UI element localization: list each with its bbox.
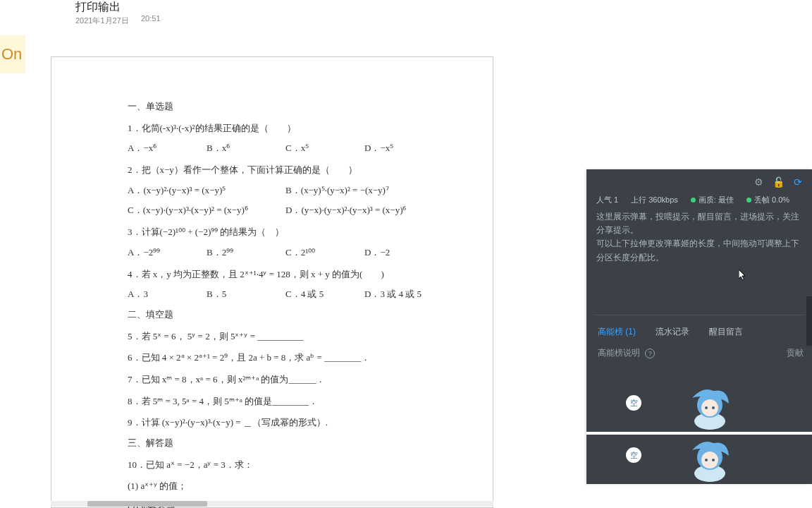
stream-overlay-panel: ⚙ 🔓 ⟳ 人气 1 上行 360kbps 画质: 最佳 丢帧 0.0% 这里展… — [586, 169, 812, 484]
mascot-lower: 空 — [643, 428, 742, 484]
q4-opt-b: B．5 — [207, 286, 285, 303]
page-time: 20:51 — [141, 14, 161, 23]
question-5: 5．若 5ˣ = 6， 5ʸ = 2，则 5ˣ⁺ʸ = __________ — [128, 328, 450, 346]
overlay-sub-right: 贡献 — [787, 347, 804, 359]
q3-opt-b: B．2⁹⁹ — [207, 244, 285, 262]
overlay-hint-line2: 可以上下拉伸更改弹幕姬的长度，中间拖动可调整上下分区长度分配比。 — [596, 237, 805, 264]
svg-point-4 — [712, 406, 715, 409]
stat-uplink-value: 360kbps — [648, 195, 678, 204]
overlay-sub-label: 高能榜说明 — [598, 348, 640, 358]
left-edge-tab: On — [0, 35, 25, 73]
q2-opt-b: B．(x−y)⁵·(y−x)² = −(x−y)⁷ — [285, 182, 443, 200]
q1-opt-c: C．x⁵ — [285, 140, 364, 157]
svg-point-2 — [701, 399, 718, 416]
tab-superchat[interactable]: 醒目留言 — [709, 326, 743, 338]
q2-opt-d: D．(y−x)·(y−x)²·(y−x)³ = (x−y)⁶ — [285, 202, 443, 219]
speech-bubble: 空 — [626, 447, 641, 463]
section-heading-3: 三、解答题 — [128, 435, 450, 452]
q3-opt-a: A．−2⁹⁹ — [128, 244, 207, 262]
help-icon[interactable]: ? — [645, 349, 655, 358]
mascot-upper: 空 — [643, 375, 742, 432]
overlay-tabs: 高能榜 (1) 流水记录 醒目留言 — [598, 326, 743, 338]
stat-popularity-label: 人气 — [596, 195, 612, 204]
question-3: 3．计算(−2)¹⁰⁰ + (−2)⁹⁹ 的结果为（ ） — [128, 224, 450, 241]
refresh-icon[interactable]: ⟳ — [792, 176, 804, 188]
question-4: 4．若 x，y 均为正整数，且 2ˣ⁺¹·4ʸ = 128，则 x + y 的值… — [128, 266, 450, 284]
svg-point-8 — [705, 459, 708, 461]
question-1: 1．化简(-x)³·(-x)²的结果正确的是（ ） — [128, 120, 450, 138]
tab-flow-log[interactable]: 流水记录 — [656, 326, 689, 338]
page-title: 打印输出 — [75, 0, 121, 15]
question-9: 9．计算 (x−y)²·(y−x)³·(x−y) = ＿（写成幂的形式）. — [128, 414, 450, 432]
tab-high-energy[interactable]: 高能榜 (1) — [598, 326, 636, 338]
q2-opt-a: A．(x−y)²·(y−x)³ = (x−y)⁵ — [128, 182, 285, 200]
stream-stats-row: 人气 1 上行 360kbps 画质: 最佳 丢帧 0.0% — [596, 193, 805, 206]
overlay-scrollbar[interactable] — [806, 296, 812, 346]
horizontal-scrollbar[interactable] — [51, 501, 493, 507]
q2-opt-c: C．(x−y)·(y−x)³·(x−y)² = (x−y)⁶ — [128, 202, 285, 219]
question-2: 2．把（x−y）看作一个整体，下面计算正确的是（ ） — [128, 162, 450, 179]
question-10: 10．已知 aˣ = −2，aʸ = 3．求： — [128, 456, 450, 474]
speech-bubble: 空 — [626, 395, 641, 411]
lock-icon[interactable]: 🔓 — [773, 176, 784, 188]
q1-opt-d: D．−x⁵ — [364, 140, 443, 157]
svg-point-7 — [701, 452, 718, 468]
question-7: 7．已知 xᵐ = 8，xⁿ = 6，则 x²ᵐ⁺ⁿ 的值为______． — [128, 371, 450, 389]
stat-popularity-value: 1 — [614, 195, 618, 204]
svg-point-9 — [712, 459, 715, 461]
q3-opt-d: D．−2 — [364, 244, 443, 262]
section-heading-1: 一、单选题 — [128, 98, 450, 116]
stat-drop: 丢帧 0.0% — [754, 195, 789, 204]
document-page: 一、单选题 1．化简(-x)³·(-x)²的结果正确的是（ ） A．−x⁶ B．… — [51, 56, 493, 508]
question-10-part1: (1) aˣ⁺ʸ 的值； — [128, 478, 450, 495]
overlay-divider[interactable] — [593, 315, 805, 315]
question-6: 6．已知 4 × 2ᵃ × 2ᵃ⁺¹ = 2⁹，且 2a + b = 8，求 a… — [128, 349, 450, 367]
gear-icon[interactable]: ⚙ — [753, 176, 764, 188]
scrollbar-thumb[interactable] — [87, 501, 207, 507]
stat-quality: 画质: 最佳 — [699, 195, 734, 204]
page-date: 2021年1月27日 — [75, 16, 129, 26]
stat-uplink-label: 上行 — [631, 195, 646, 204]
q4-opt-c: C．4 或 5 — [285, 286, 364, 303]
q4-opt-a: A．3 — [128, 286, 207, 303]
q3-opt-c: C．2¹⁰⁰ — [285, 244, 364, 262]
question-8: 8．若 5ᵐ = 3, 5ⁿ = 4，则 5ᵐ⁺ⁿ 的值是________． — [128, 393, 450, 411]
section-heading-2: 二、填空题 — [128, 306, 450, 324]
q1-opt-b: B．x⁶ — [207, 140, 285, 157]
cursor-icon — [739, 270, 747, 281]
q4-opt-d: D．3 或 4 或 5 — [364, 286, 443, 303]
q1-opt-a: A．−x⁶ — [128, 140, 207, 157]
svg-point-3 — [705, 406, 708, 409]
overlay-hint-line1: 这里展示弹幕，投喂提示，醒目留言，进场提示，关注分享提示。 — [596, 210, 805, 237]
